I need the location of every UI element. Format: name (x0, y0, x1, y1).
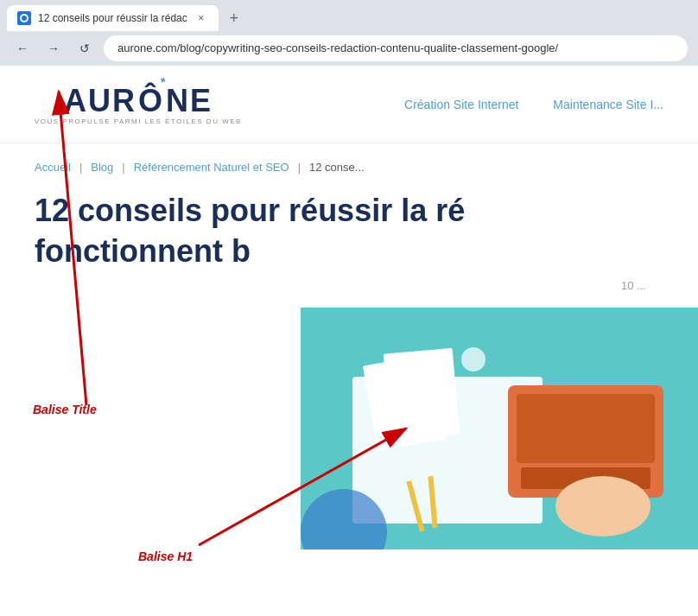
article-date: 10 ... (35, 279, 663, 292)
svg-point-7 (415, 357, 446, 388)
svg-point-8 (461, 347, 485, 372)
url-text: aurone.com/blog/copywriting-seo-conseils… (117, 35, 558, 61)
logo-text-part1: AUR (64, 83, 136, 119)
breadcrumb: Accueil | Blog | Référencement Naturel e… (0, 143, 698, 182)
breadcrumb-sep3: | (298, 161, 301, 174)
annotation-balise-h1: Balise H1 (138, 549, 193, 563)
logo-o: Ô ✦ (138, 83, 164, 119)
tab-favicon (17, 11, 31, 25)
back-button[interactable]: ← (10, 36, 35, 60)
website-content: AUR Ô ✦ NE VOUS PROPULSE PARMI LES ÉTOIL… (0, 66, 698, 616)
featured-image-area (301, 308, 698, 549)
logo: AUR Ô ✦ NE (64, 83, 213, 119)
nav-creation-site[interactable]: Création Site Internet (404, 98, 518, 111)
tab-bar: 12 conseils pour réussir la rédac × + (0, 0, 698, 31)
breadcrumb-seo[interactable]: Référencement Naturel et SEO (134, 161, 289, 174)
svg-rect-3 (517, 394, 655, 463)
tab-label: 12 conseils pour réussir la rédac (38, 12, 187, 24)
tab-close-button[interactable]: × (194, 11, 208, 25)
logo-area[interactable]: AUR Ô ✦ NE VOUS PROPULSE PARMI LES ÉTOIL… (35, 83, 242, 125)
annotation-balise-title: Balise Title (33, 403, 97, 416)
new-tab-button[interactable]: + (222, 6, 246, 30)
browser-chrome: 12 conseils pour réussir la rédac × + ← … (0, 0, 698, 66)
featured-image (301, 308, 698, 549)
main-navigation: Création Site Internet Maintenance Site … (404, 98, 663, 111)
breadcrumb-sep1: | (79, 161, 82, 174)
article-illustration (301, 308, 698, 549)
article-heading-area: 12 conseils pour réussir la ré fonctionn… (0, 182, 698, 292)
svg-point-11 (555, 476, 650, 537)
nav-maintenance-site[interactable]: Maintenance Site I... (553, 98, 663, 111)
address-bar-row: ← → ↺ aurone.com/blog/copywriting-seo-co… (0, 31, 698, 66)
logo-text-part2: NE (166, 83, 213, 119)
heading-line2: fonctionnent b (35, 233, 251, 269)
heading-line1: 12 conseils pour réussir la ré (35, 193, 465, 228)
breadcrumb-blog[interactable]: Blog (91, 161, 113, 174)
forward-button[interactable]: → (41, 36, 66, 60)
article-heading: 12 conseils pour réussir la ré fonctionn… (35, 191, 663, 272)
breadcrumb-home[interactable]: Accueil (35, 161, 71, 174)
breadcrumb-current: 12 conse... (309, 161, 365, 174)
active-tab[interactable]: 12 conseils pour réussir la rédac × (7, 5, 219, 31)
site-header: AUR Ô ✦ NE VOUS PROPULSE PARMI LES ÉTOIL… (0, 66, 698, 143)
breadcrumb-sep2: | (122, 161, 124, 174)
url-bar[interactable]: aurone.com/blog/copywriting-seo-conseils… (104, 35, 688, 61)
reload-button[interactable]: ↺ (73, 36, 97, 60)
